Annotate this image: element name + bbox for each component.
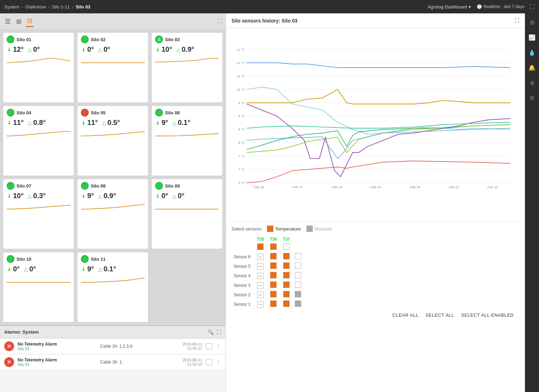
nav-right: Agrolog Dashboard ▾ 🕐 Realtime - last 7 …: [428, 4, 535, 10]
nav-silo-group[interactable]: Silo 1-11: [52, 4, 70, 10]
silo-card-silo-08[interactable]: Silo 08 🌡 9° △ 0.9°: [77, 179, 148, 249]
alarm-row: ✕ No Telemetry Alarm Silo 02 Cable 34: 1…: [0, 339, 226, 354]
sensor-cell: [280, 271, 293, 280]
cb-checked[interactable]: [270, 263, 277, 269]
cb-checked[interactable]: [283, 253, 290, 259]
cb-t37-header[interactable]: [283, 244, 290, 250]
temp-checkbox[interactable]: [267, 226, 273, 232]
alarm-checkbox[interactable]: [206, 343, 212, 349]
breadcrumb: System › Glaikmore › Silo 1-11 › Silo 03: [4, 4, 90, 10]
nav-glaikmore[interactable]: Glaikmore: [25, 4, 46, 10]
alarm-more-icon[interactable]: ⋮: [216, 359, 221, 366]
cb-t36-header[interactable]: [270, 244, 277, 250]
cb-unchecked[interactable]: [295, 253, 301, 259]
sensor-cell: −: [254, 271, 267, 280]
silo-metrics-silo-08: 🌡 9° △ 0.9°: [81, 192, 145, 200]
silo-card-silo-03[interactable]: ⚠ Silo 03 🌡 10° △ 0.9°: [151, 32, 223, 103]
cb-checked[interactable]: [283, 291, 290, 297]
sensor-row-label: Sensor 5: [232, 261, 254, 271]
sensor-cell: [293, 261, 303, 271]
silo-card-silo-05[interactable]: Silo 05 🌡 11° △ 0.5°: [77, 106, 148, 176]
cb-checked[interactable]: [270, 291, 277, 297]
sensor-row-label: Sensor 3: [232, 280, 254, 290]
sidebar-settings-icon[interactable]: ⚙: [527, 93, 537, 103]
sensor-cell: −: [254, 252, 267, 261]
silo-card-silo-04[interactable]: Silo 04 🌡 11° △ 0.8°: [3, 106, 74, 176]
sensor-cell: [280, 242, 293, 252]
cb-minus[interactable]: −: [257, 263, 264, 270]
sidebar-bell-icon[interactable]: 🔔: [526, 62, 538, 73]
cb-unchecked[interactable]: [295, 282, 301, 288]
sensor-cell: −: [254, 299, 267, 309]
silo-card-silo-01[interactable]: Silo 01 🌡 12° △ 0°: [3, 32, 74, 103]
silo-card-header: Silo 08: [81, 182, 145, 190]
svg-text:9 °C: 9 °C: [238, 101, 245, 105]
sidebar-layers-icon[interactable]: ⊞: [528, 17, 537, 28]
cb-unchecked[interactable]: [295, 263, 301, 269]
cb-checked[interactable]: [283, 263, 290, 269]
panel-expand-icon[interactable]: ⛶: [217, 19, 222, 24]
cb-checked[interactable]: [270, 253, 277, 259]
nav-system[interactable]: System: [4, 4, 19, 10]
cb-minus[interactable]: −: [257, 301, 264, 308]
nav-current: Silo 03: [76, 4, 90, 10]
col-t35: T35: [254, 236, 267, 242]
sidebar-drop-icon[interactable]: 💧: [526, 47, 538, 58]
grid-large-icon[interactable]: ⊟: [26, 15, 34, 27]
cb-checked[interactable]: [283, 282, 290, 288]
silo-card-header: Silo 10: [7, 255, 70, 263]
cb-minus[interactable]: −: [257, 273, 264, 279]
silo-card-silo-07[interactable]: Silo 07 🌡 10° △ 0.3°: [3, 179, 74, 249]
sidebar-chart-icon[interactable]: 📈: [526, 32, 538, 43]
silo-card-silo-06[interactable]: Silo 06 🌡 9° △ 0.1°: [151, 106, 223, 176]
alarms-expand-icon[interactable]: ⛶: [216, 329, 221, 335]
clear-all-button[interactable]: CLEAR ALL: [393, 312, 419, 318]
silo-status-silo-05: [81, 109, 89, 116]
alarm-silo[interactable]: Silo 03: [18, 362, 96, 367]
sensor-row-sensor-3: Sensor 3−: [232, 280, 303, 290]
delta-value: 0°: [29, 265, 36, 273]
sep2: ›: [48, 4, 50, 10]
alarms-search-icon[interactable]: 🔍: [208, 329, 214, 335]
sidebar-nodes-icon[interactable]: ⊕: [528, 77, 537, 88]
grid-small-icon[interactable]: ⊞: [15, 16, 23, 27]
cb-minus[interactable]: −: [257, 282, 264, 289]
select-all-enabled-button[interactable]: SELECT ALL ENABLED: [461, 312, 514, 318]
list-view-icon[interactable]: ☰: [4, 16, 12, 27]
temp-value: 12°: [13, 45, 24, 53]
silo-sparkline-silo-03: [155, 55, 219, 65]
chart-expand-icon[interactable]: ⛶: [515, 18, 519, 23]
cb-checked[interactable]: [270, 272, 277, 278]
sensor-row-label: Sensor 4: [232, 271, 254, 280]
temp-legend[interactable]: Temperature: [267, 226, 301, 232]
silo-card-silo-10[interactable]: Silo 10 🌡 0° △ 0°: [3, 252, 74, 322]
silo-card-silo-09[interactable]: Silo 09 🌡 0° △ 0°: [151, 179, 223, 249]
cb-checked[interactable]: [283, 301, 290, 307]
cb-minus[interactable]: −: [257, 292, 264, 298]
delta-icon: △: [102, 120, 106, 126]
cb-checked[interactable]: [270, 282, 277, 288]
silo-status-silo-02: [81, 36, 89, 43]
silo-card-header: Silo 02: [81, 36, 145, 43]
cb-minus[interactable]: −: [257, 254, 264, 260]
select-all-button[interactable]: SELECT ALL: [425, 312, 454, 318]
cb-checked[interactable]: [283, 272, 290, 278]
cb-grey[interactable]: [295, 301, 301, 307]
sensor-cell: −: [254, 261, 267, 271]
cb-t35-header[interactable]: [257, 244, 264, 250]
alarm-checkbox[interactable]: [206, 359, 212, 365]
sep1: ›: [21, 4, 23, 10]
delta-icon: △: [98, 46, 102, 53]
cb-unchecked[interactable]: [295, 272, 301, 278]
alarm-silo[interactable]: Silo 02: [18, 347, 96, 351]
temp-metric: 🌡 10°: [155, 45, 172, 53]
fullscreen-icon[interactable]: ⛶: [530, 4, 535, 10]
dashboard-title[interactable]: Agrolog Dashboard ▾: [428, 4, 471, 10]
silo-card-silo-11[interactable]: Silo 11 🌡 9° △ 0.1°: [77, 252, 148, 322]
cb-grey[interactable]: [295, 291, 301, 297]
alarm-more-icon[interactable]: ⋮: [216, 343, 221, 350]
moisture-legend[interactable]: Moisture: [306, 226, 332, 232]
moisture-checkbox[interactable]: [306, 226, 313, 232]
silo-card-silo-02[interactable]: Silo 02 🌡 0° △ 0°: [77, 32, 148, 103]
cb-checked[interactable]: [270, 301, 277, 307]
